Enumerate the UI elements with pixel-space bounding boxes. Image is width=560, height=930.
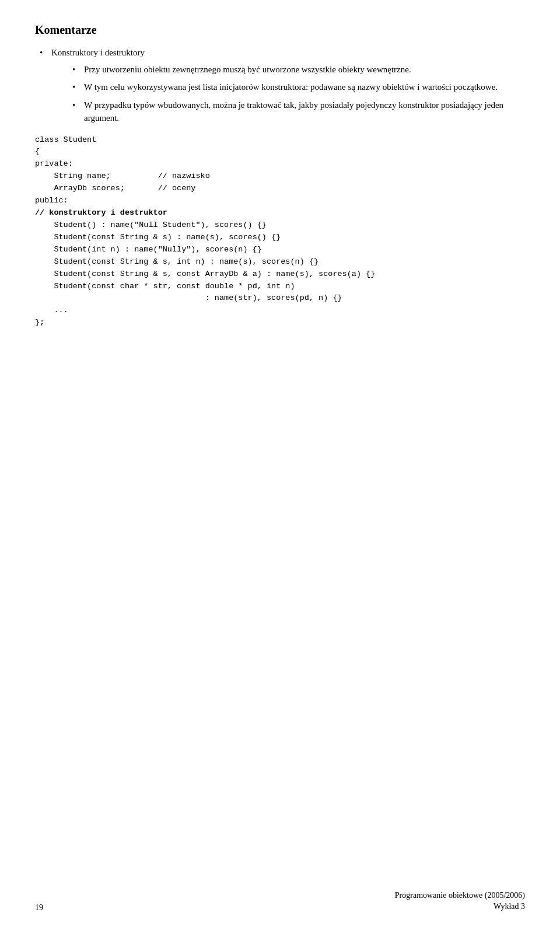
bullet-text: W tym celu wykorzystywana jest lista ini… bbox=[84, 82, 498, 92]
code-line: class Student { private: String name; //… bbox=[35, 135, 375, 327]
footer-lecture: Wykład 3 bbox=[395, 901, 525, 912]
list-item: W przypadku typów wbudowanych, można je … bbox=[51, 99, 525, 125]
code-block: class Student { private: String name; //… bbox=[35, 134, 525, 330]
list-item: W tym celu wykorzystywana jest lista ini… bbox=[51, 81, 525, 94]
bullet-text: Konstruktory i destruktory bbox=[51, 48, 145, 57]
page-container: Komentarze Konstruktory i destruktory Pr… bbox=[0, 0, 560, 930]
list-item: Konstruktory i destruktory Przy utworzen… bbox=[35, 46, 525, 125]
bullet-text: W przypadku typów wbudowanych, można je … bbox=[84, 100, 503, 123]
footer-page-number: 19 bbox=[35, 903, 43, 912]
page-title: Komentarze bbox=[35, 23, 525, 37]
bullet-list: Konstruktory i destruktory Przy utworzen… bbox=[35, 46, 525, 125]
sub-bullet-list: Przy utworzeniu obiektu zewnętrznego mus… bbox=[51, 63, 525, 125]
list-item: Przy utworzeniu obiektu zewnętrznego mus… bbox=[51, 63, 525, 76]
bullet-text: Przy utworzeniu obiektu zewnętrznego mus… bbox=[84, 65, 411, 74]
footer-course-info: Programowanie obiektowe (2005/2006) Wykł… bbox=[395, 890, 525, 912]
page-footer: 19 Programowanie obiektowe (2005/2006) W… bbox=[0, 890, 560, 912]
footer-course-title: Programowanie obiektowe (2005/2006) bbox=[395, 890, 525, 901]
